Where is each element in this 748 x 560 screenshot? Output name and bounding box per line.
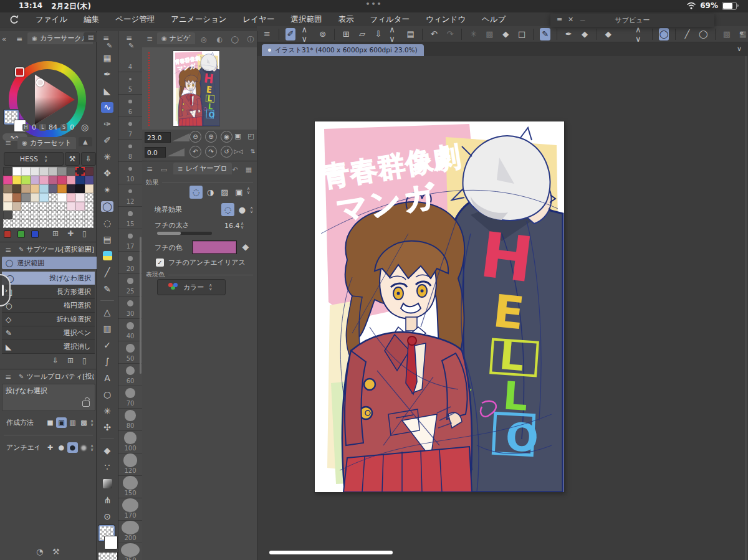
undo-button[interactable]: ↶	[429, 28, 439, 40]
spray-effect-tool[interactable]: ✳	[101, 406, 113, 416]
color-swatch[interactable]	[31, 176, 40, 184]
color-swatch[interactable]	[75, 193, 85, 202]
subtract-selection-button[interactable]: ▥	[67, 417, 78, 428]
subtool-delete-icon[interactable]: ▯	[82, 356, 87, 365]
color-swatch[interactable]	[57, 184, 67, 193]
line-correction-tool[interactable]: ✓	[101, 339, 113, 350]
pen-tool-button[interactable]: ✒	[563, 28, 574, 40]
subtool-item[interactable]: □ 長方形選択	[2, 285, 95, 299]
document-tab[interactable]: イラスト31* (4000 x 6000px 600dpi 23.0%)	[262, 44, 424, 56]
save-button[interactable]: ⇩	[373, 28, 384, 40]
decoration-brush-tool[interactable]	[101, 250, 113, 261]
tool-stepper[interactable]: ∧ ∨	[635, 28, 646, 40]
tab-selection-icon[interactable]: ◯	[228, 34, 242, 45]
selection-lasso-tool[interactable]: ◌	[101, 217, 113, 228]
color-swatch[interactable]	[75, 202, 85, 211]
brush-size-item[interactable]: 6	[118, 95, 142, 117]
brush-size-item[interactable]: 8	[118, 140, 142, 162]
brush-size-scrollbar[interactable]	[140, 237, 141, 374]
brush-size-item[interactable]: 120	[118, 453, 142, 476]
color-swatch[interactable]	[39, 167, 49, 176]
tab-color-history-icon[interactable]: ◐	[213, 34, 226, 45]
color-set-import-button[interactable]: ⇩	[81, 152, 96, 166]
correct-line-tool-button[interactable]: ✎	[540, 28, 550, 40]
color-swatch[interactable]	[49, 193, 58, 202]
tool-property-menu-icon[interactable]: ≡	[5, 373, 11, 381]
menu-item[interactable]: ウィンドウ	[426, 14, 466, 25]
subtool-menu-icon[interactable]: ≡	[5, 245, 11, 254]
color-swatch[interactable]	[85, 167, 94, 176]
menu-item[interactable]: アニメーション	[171, 14, 226, 25]
zoom-slider[interactable]	[172, 133, 189, 141]
color-swatch[interactable]	[3, 184, 12, 193]
color-swatch[interactable]	[12, 184, 22, 193]
current-brush-tool[interactable]: ✐	[285, 28, 296, 40]
color-swatch[interactable]	[3, 202, 12, 211]
tab-information-icon[interactable]: ⓘ	[244, 34, 257, 45]
brush-size-item[interactable]: 17	[118, 229, 142, 252]
color-swatch[interactable]	[57, 219, 67, 228]
tabbar-chevron-down-icon[interactable]: ∨	[737, 45, 742, 53]
color-set-select[interactable]: HESS ∧∨	[4, 152, 64, 166]
color-swatch[interactable]	[85, 184, 94, 193]
brush-size-item[interactable]: 150	[118, 476, 142, 498]
flip-horizontal-button[interactable]: ▷◁	[233, 146, 244, 156]
navigator-preview-area[interactable]	[142, 47, 257, 130]
border-antialias-checkbox[interactable]: ✓	[156, 259, 164, 267]
history-icon[interactable]: ◔	[36, 547, 43, 556]
brush-size-item[interactable]: 12	[118, 184, 142, 207]
subtool-duplicate-icon[interactable]: ⊞	[67, 356, 74, 365]
transparent-swatch[interactable]	[98, 552, 118, 560]
brush-size-item[interactable]: 30	[118, 297, 142, 319]
fit-screen-button[interactable]: ◰	[246, 131, 256, 141]
frame-tool[interactable]: ▥	[101, 323, 113, 334]
color-swatch[interactable]	[75, 176, 85, 184]
color-swatch[interactable]	[75, 211, 85, 219]
refresh-button[interactable]: ✳	[468, 28, 479, 40]
color-swatch[interactable]	[85, 219, 94, 228]
color-swatch[interactable]	[12, 211, 22, 219]
pencil-tool[interactable]: ✐	[101, 135, 113, 146]
subtool-import-icon[interactable]: ⇩	[52, 356, 59, 365]
border-color-swatch[interactable]	[192, 240, 237, 254]
color-swatch[interactable]	[85, 211, 94, 219]
object-tool[interactable]: ⊙	[101, 511, 113, 522]
add-swatch-icon[interactable]: ✚	[67, 229, 74, 238]
color-swatch[interactable]	[75, 219, 85, 228]
tab-material-icon[interactable]: ▦	[242, 164, 256, 175]
unlock-icon[interactable]	[82, 401, 90, 407]
color-swatch[interactable]	[57, 167, 67, 176]
color-swatch[interactable]	[39, 219, 49, 228]
line-tool-button[interactable]: ╱	[682, 28, 693, 40]
color-swatch[interactable]	[75, 184, 85, 193]
color-swatch[interactable]	[12, 202, 22, 211]
border-width-value[interactable]: 16.4	[224, 222, 240, 230]
color-swatch[interactable]	[57, 211, 67, 219]
color-swatch[interactable]	[21, 176, 31, 184]
color-swatch[interactable]	[12, 193, 22, 202]
registered-color-swatch[interactable]	[17, 230, 25, 238]
color-swatch[interactable]	[67, 193, 76, 202]
border-color-bucket-icon[interactable]: ◆	[239, 240, 252, 253]
color-swatch[interactable]	[57, 176, 67, 184]
color-set-edit-button[interactable]: ⚒	[65, 152, 80, 166]
brush-size-item[interactable]: 5	[118, 72, 142, 95]
rotate-value-input[interactable]: 0.0	[145, 147, 166, 158]
menu-item[interactable]: 選択範囲	[290, 14, 322, 25]
marquee-button[interactable]: ▩	[722, 28, 732, 40]
color-swatch[interactable]	[21, 193, 31, 202]
color-swatch[interactable]	[12, 176, 22, 184]
eyedropper-tool[interactable]: ╱	[101, 267, 113, 278]
color-swatch[interactable]	[21, 167, 31, 176]
border-effect-button[interactable]: ◌	[189, 186, 203, 199]
color-swatch[interactable]	[67, 219, 76, 228]
vector-tool[interactable]: ⋔	[101, 495, 113, 505]
color-swatch[interactable]	[3, 193, 12, 202]
color-swatch[interactable]	[49, 219, 58, 228]
open-file-button[interactable]: ▱	[357, 28, 368, 40]
add-selection-button[interactable]: ▣	[56, 417, 67, 428]
color-swatch[interactable]	[39, 211, 49, 219]
flip-view-button[interactable]: ▣	[233, 131, 242, 141]
brush-size-item[interactable]: 200	[118, 521, 142, 543]
tone-tool[interactable]: ▦	[101, 52, 113, 63]
